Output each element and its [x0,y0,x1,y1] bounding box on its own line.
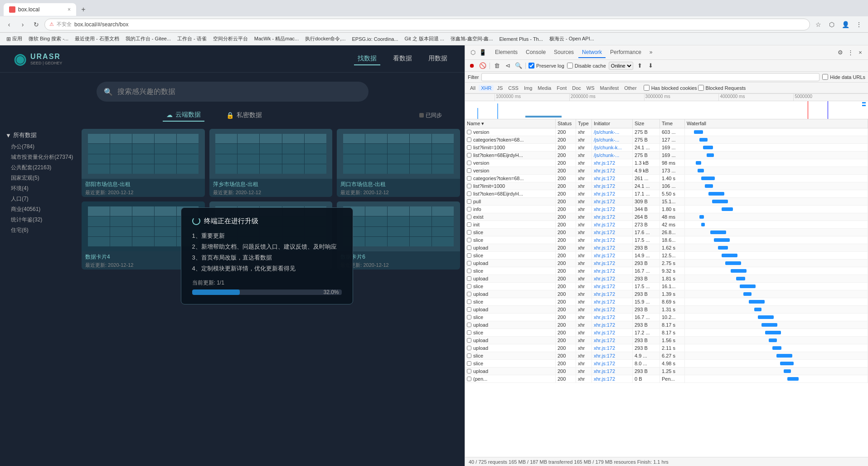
preserve-log-checkbox-group[interactable]: Preserve log [529,63,564,69]
network-table-row[interactable]: version 200 xhr xhr.js:172 1.3 kB 98 ms [465,159,868,167]
devtools-tab-sources[interactable]: Sources [550,47,577,58]
filter-toggle-button[interactable]: ⊲ [504,62,512,70]
network-table-row[interactable]: upload 200 xhr xhr.js:172 293 B 1.39 s [465,290,868,298]
sidebar-item-population[interactable]: 人口(7) [0,194,77,204]
network-table-row[interactable]: upload 200 xhr xhr.js:172 293 B 1.25 s [465,368,868,375]
devtools-more-button[interactable]: ⋮ [846,49,854,57]
row-checkbox-16[interactable] [467,253,471,258]
devtools-tab-network[interactable]: Network [578,47,606,58]
row-checkbox-28[interactable] [467,346,471,350]
filter-all[interactable]: All [468,85,478,91]
sidebar-item-national[interactable]: 国家宏观(5) [0,173,77,183]
export-button[interactable]: ⬇ [647,62,655,70]
network-table-row[interactable]: exist 200 xhr xhr.js:172 264 B 48 ms [465,213,868,221]
back-button[interactable]: ‹ [4,19,15,30]
new-tab-button[interactable]: + [77,3,90,16]
devtools-close-button[interactable]: × [856,49,864,57]
network-table-row[interactable]: categories?token=68... 200 xhr /js/chunk… [465,136,868,144]
row-checkbox-0[interactable] [467,130,471,134]
row-checkbox-4[interactable] [467,161,471,165]
network-table-row[interactable]: slice 200 xhr xhr.js:172 17.6 ... 26.8..… [465,229,868,236]
bookmark-git[interactable]: Git 之 版本回退 ... [402,34,447,43]
filter-img[interactable]: Img [522,85,534,91]
devtools-tab-elements[interactable]: Elements [491,47,521,58]
network-table-row[interactable]: categories?token=68... 200 xhr xhr.js:17… [465,175,868,182]
network-table-row[interactable]: list?limit=1000 200 xhr /js/chunk-k... 2… [465,144,868,152]
network-table-row[interactable]: list?token=68EijrdyH... 200 xhr xhr.js:1… [465,190,868,198]
network-table-row[interactable]: pull 200 xhr xhr.js:172 309 B 15.1... [465,198,868,206]
network-table-row[interactable]: slice 200 xhr xhr.js:172 14.9 ... 12.5..… [465,252,868,260]
network-table-row[interactable]: upload 200 xhr xhr.js:172 293 B 1.56 s [465,337,868,344]
bookmark-jihai[interactable]: 极海云 - Open API... [547,34,597,43]
sidebar-item-office[interactable]: 办公(784) [0,142,77,152]
network-table-row[interactable]: slice 200 xhr xhr.js:172 16.7 ... 9.32 s [465,267,868,275]
bookmark-elementplus[interactable]: Element Plus - Th... [497,35,546,43]
network-table-row[interactable]: upload 200 xhr xhr.js:172 293 B 2.11 s [465,344,868,352]
row-checkbox-1[interactable] [467,137,471,142]
row-checkbox-13[interactable] [467,230,471,235]
sidebar-item-environment[interactable]: 环境(4) [0,183,77,194]
col-header-size[interactable]: Size [633,119,660,128]
network-table-row[interactable]: upload 200 xhr xhr.js:172 293 B 1.62 s [465,244,868,252]
filter-ws[interactable]: WS [584,85,597,91]
row-checkbox-7[interactable] [467,184,471,188]
bookmark-gitee[interactable]: 我的工作台 - Gitee... [123,34,174,43]
bookmark-spatial[interactable]: 空间分析云平台 [210,34,251,43]
sidebar-item-city-invest[interactable]: 城市投资量化分析(27374) [0,152,77,162]
bookmark-shimo[interactable]: 最近使用 - 石墨文档 [72,34,122,43]
record-button[interactable]: ⏺ [468,62,476,70]
bookmark-bing[interactable]: 微软 Bing 搜索 -... [26,34,71,43]
inspect-element-button[interactable]: ⬡ [469,49,477,57]
row-checkbox-26[interactable] [467,330,471,335]
profile-button[interactable]: 👤 [840,19,851,30]
data-card-1[interactable]: 萍乡市场信息-出租 最近更新: 2020-12-12 [209,129,333,197]
network-table-row[interactable]: slice 200 xhr xhr.js:172 16.7 ... 10.2..… [465,314,868,321]
network-table-row[interactable]: slice 200 xhr xhr.js:172 15.9 ... 8.69 s [465,298,868,306]
nav-use-data[interactable]: 用数据 [425,53,451,65]
filter-media[interactable]: Media [535,85,553,91]
row-checkbox-10[interactable] [467,207,471,211]
preserve-log-checkbox[interactable] [529,63,534,69]
network-table-row[interactable]: slice 200 xhr xhr.js:172 8.0 ... 4.98 s [465,360,868,368]
bookmark-apps[interactable]: ⊞ 应用 [4,34,25,43]
clear-button[interactable]: 🗑 [493,62,501,70]
network-table-row[interactable]: upload 200 xhr xhr.js:172 293 B 2.75 s [465,260,868,267]
import-button[interactable]: ⬆ [636,62,644,70]
tab-private-data[interactable]: 🔒 私密数据 [223,109,266,122]
col-header-initiator[interactable]: Initiator [592,119,633,128]
network-table-row[interactable]: info 200 xhr xhr.js:172 344 B 1.80 s [465,206,868,213]
stop-recording-button[interactable]: 🚫 [479,62,487,70]
row-checkbox-18[interactable] [467,269,471,273]
row-checkbox-27[interactable] [467,338,471,343]
filter-other[interactable]: Other [622,85,639,91]
nav-view-data[interactable]: 看数据 [389,53,416,65]
search-input[interactable] [117,88,361,96]
network-table-row[interactable]: version 200 xhr xhr.js:172 4.9 kB 173 ..… [465,167,868,175]
hide-data-urls-checkbox[interactable] [822,74,828,80]
row-checkbox-11[interactable] [467,215,471,219]
network-table-row[interactable]: upload 200 xhr xhr.js:172 293 B 8.17 s [465,321,868,329]
network-table-row[interactable]: upload 200 xhr xhr.js:172 293 B 1.81 s [465,275,868,283]
sidebar-item-commerce[interactable]: 商业(40561) [0,204,77,215]
bookmark-zhangxinxu[interactable]: 张鑫旭-鑫空间-鑫... [448,34,496,43]
network-table-row[interactable]: slice 200 xhr xhr.js:172 4.9 ... 6.27 s [465,352,868,360]
browser-tab[interactable]: box.local × [4,3,76,16]
network-table-row[interactable]: (pen... 200 xhr xhr.js:172 0 B Pen... [465,375,868,383]
tab-close-icon[interactable]: × [68,6,71,13]
row-checkbox-2[interactable] [467,145,471,150]
filter-xhr[interactable]: XHR [479,85,494,91]
blocked-requests-checkbox[interactable] [698,85,704,91]
col-header-status[interactable]: Status [556,119,576,128]
filter-js[interactable]: JS [495,85,505,91]
devtools-settings-button[interactable]: ⚙ [836,49,844,57]
row-checkbox-20[interactable] [467,284,471,289]
row-checkbox-22[interactable] [467,299,471,304]
network-table-row[interactable]: list?limit=1000 200 xhr xhr.js:172 24.1 … [465,182,868,190]
row-checkbox-25[interactable] [467,323,471,327]
filter-input[interactable] [481,73,820,81]
col-header-time[interactable]: Time [660,119,685,128]
row-checkbox-5[interactable] [467,168,471,173]
sidebar-item-housing[interactable]: 住宅(6) [0,225,77,235]
forward-button[interactable]: › [17,19,28,30]
network-table-row[interactable]: slice 200 xhr xhr.js:172 17.5 ... 16.1..… [465,283,868,290]
